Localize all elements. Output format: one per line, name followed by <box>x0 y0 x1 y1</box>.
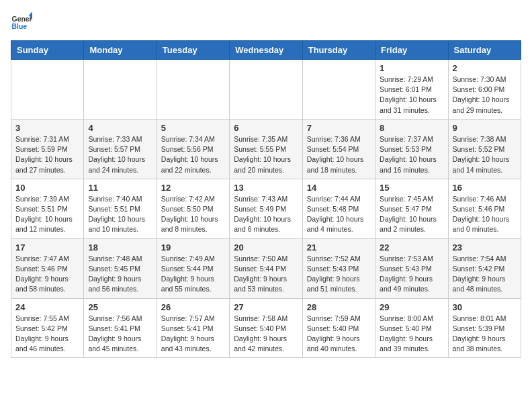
calendar-cell: 28Sunrise: 7:59 AM Sunset: 5:40 PM Dayli… <box>302 298 375 358</box>
calendar-cell: 4Sunrise: 7:33 AM Sunset: 5:57 PM Daylig… <box>84 119 157 179</box>
calendar-cell: 3Sunrise: 7:31 AM Sunset: 5:59 PM Daylig… <box>11 119 84 179</box>
day-info: Sunrise: 8:00 AM Sunset: 5:40 PM Dayligh… <box>380 314 443 355</box>
logo-icon: General Blue <box>11 11 32 32</box>
calendar-week-4: 17Sunrise: 7:47 AM Sunset: 5:46 PM Dayli… <box>11 238 521 298</box>
calendar-cell: 14Sunrise: 7:44 AM Sunset: 5:48 PM Dayli… <box>302 179 375 238</box>
day-info: Sunrise: 7:50 AM Sunset: 5:44 PM Dayligh… <box>234 254 298 295</box>
calendar-header-row: SundayMondayTuesdayWednesdayThursdayFrid… <box>11 41 521 60</box>
calendar-cell: 18Sunrise: 7:48 AM Sunset: 5:45 PM Dayli… <box>84 238 157 298</box>
calendar-cell: 17Sunrise: 7:47 AM Sunset: 5:46 PM Dayli… <box>11 238 84 298</box>
day-info: Sunrise: 7:58 AM Sunset: 5:40 PM Dayligh… <box>234 314 298 355</box>
calendar-cell: 1Sunrise: 7:29 AM Sunset: 6:01 PM Daylig… <box>375 60 448 120</box>
calendar-cell: 22Sunrise: 7:53 AM Sunset: 5:43 PM Dayli… <box>375 238 448 298</box>
calendar-cell: 24Sunrise: 7:55 AM Sunset: 5:42 PM Dayli… <box>11 298 84 358</box>
page-header: General Blue <box>11 11 521 32</box>
calendar-cell: 15Sunrise: 7:45 AM Sunset: 5:47 PM Dayli… <box>375 179 448 238</box>
day-number: 12 <box>161 183 225 193</box>
day-number: 9 <box>453 123 517 133</box>
calendar-cell: 9Sunrise: 7:38 AM Sunset: 5:52 PM Daylig… <box>448 119 521 179</box>
day-number: 1 <box>380 63 443 73</box>
day-info: Sunrise: 7:59 AM Sunset: 5:40 PM Dayligh… <box>307 314 371 355</box>
calendar-cell: 21Sunrise: 7:52 AM Sunset: 5:43 PM Dayli… <box>302 238 375 298</box>
day-info: Sunrise: 7:55 AM Sunset: 5:42 PM Dayligh… <box>15 314 79 355</box>
calendar-cell: 19Sunrise: 7:49 AM Sunset: 5:44 PM Dayli… <box>157 238 229 298</box>
day-number: 8 <box>380 123 443 133</box>
day-number: 18 <box>88 242 152 253</box>
day-number: 14 <box>307 183 371 193</box>
calendar-cell: 6Sunrise: 7:35 AM Sunset: 5:55 PM Daylig… <box>230 119 302 179</box>
day-number: 26 <box>161 302 225 312</box>
calendar-week-5: 24Sunrise: 7:55 AM Sunset: 5:42 PM Dayli… <box>11 298 521 358</box>
day-number: 16 <box>453 183 517 193</box>
day-info: Sunrise: 7:36 AM Sunset: 5:54 PM Dayligh… <box>307 134 371 175</box>
day-header-saturday: Saturday <box>448 41 521 60</box>
calendar-table: SundayMondayTuesdayWednesdayThursdayFrid… <box>11 40 521 358</box>
day-number: 20 <box>234 242 298 253</box>
day-header-monday: Monday <box>84 41 157 60</box>
svg-text:Blue: Blue <box>12 23 28 30</box>
day-info: Sunrise: 7:37 AM Sunset: 5:53 PM Dayligh… <box>380 134 443 175</box>
day-info: Sunrise: 7:43 AM Sunset: 5:49 PM Dayligh… <box>234 194 298 235</box>
day-info: Sunrise: 7:46 AM Sunset: 5:46 PM Dayligh… <box>453 194 517 235</box>
calendar-cell: 27Sunrise: 7:58 AM Sunset: 5:40 PM Dayli… <box>230 298 302 358</box>
day-number: 29 <box>380 302 443 312</box>
svg-text:General: General <box>12 15 32 23</box>
day-info: Sunrise: 7:57 AM Sunset: 5:41 PM Dayligh… <box>161 314 225 355</box>
day-info: Sunrise: 7:47 AM Sunset: 5:46 PM Dayligh… <box>15 254 79 295</box>
day-number: 6 <box>234 123 298 133</box>
day-info: Sunrise: 7:44 AM Sunset: 5:48 PM Dayligh… <box>307 194 371 235</box>
calendar-week-3: 10Sunrise: 7:39 AM Sunset: 5:51 PM Dayli… <box>11 179 521 238</box>
calendar-cell: 12Sunrise: 7:42 AM Sunset: 5:50 PM Dayli… <box>157 179 229 238</box>
day-number: 3 <box>15 123 79 133</box>
calendar-cell <box>84 60 157 120</box>
day-info: Sunrise: 7:54 AM Sunset: 5:42 PM Dayligh… <box>453 254 517 295</box>
day-header-friday: Friday <box>375 41 448 60</box>
day-info: Sunrise: 7:42 AM Sunset: 5:50 PM Dayligh… <box>161 194 225 235</box>
day-number: 2 <box>453 63 517 73</box>
calendar-cell <box>230 60 302 120</box>
day-number: 10 <box>15 183 79 193</box>
day-number: 11 <box>88 183 152 193</box>
calendar-cell: 10Sunrise: 7:39 AM Sunset: 5:51 PM Dayli… <box>11 179 84 238</box>
day-header-sunday: Sunday <box>11 41 84 60</box>
calendar-cell: 5Sunrise: 7:34 AM Sunset: 5:56 PM Daylig… <box>157 119 229 179</box>
day-number: 23 <box>453 242 517 253</box>
day-info: Sunrise: 7:48 AM Sunset: 5:45 PM Dayligh… <box>88 254 152 295</box>
calendar-cell: 8Sunrise: 7:37 AM Sunset: 5:53 PM Daylig… <box>375 119 448 179</box>
calendar-cell: 30Sunrise: 8:01 AM Sunset: 5:39 PM Dayli… <box>448 298 521 358</box>
day-header-tuesday: Tuesday <box>157 41 229 60</box>
day-number: 19 <box>161 242 225 253</box>
day-info: Sunrise: 7:39 AM Sunset: 5:51 PM Dayligh… <box>15 194 79 235</box>
day-info: Sunrise: 7:38 AM Sunset: 5:52 PM Dayligh… <box>453 134 517 175</box>
logo: General Blue <box>11 11 35 32</box>
day-number: 17 <box>15 242 79 253</box>
day-number: 22 <box>380 242 443 253</box>
day-info: Sunrise: 8:01 AM Sunset: 5:39 PM Dayligh… <box>453 314 517 355</box>
day-number: 25 <box>88 302 152 312</box>
day-info: Sunrise: 7:40 AM Sunset: 5:51 PM Dayligh… <box>88 194 152 235</box>
day-header-wednesday: Wednesday <box>230 41 302 60</box>
day-number: 21 <box>307 242 371 253</box>
day-number: 30 <box>453 302 517 312</box>
day-number: 15 <box>380 183 443 193</box>
day-number: 4 <box>88 123 152 133</box>
calendar-cell: 13Sunrise: 7:43 AM Sunset: 5:49 PM Dayli… <box>230 179 302 238</box>
calendar-week-1: 1Sunrise: 7:29 AM Sunset: 6:01 PM Daylig… <box>11 60 521 120</box>
day-number: 24 <box>15 302 79 312</box>
day-info: Sunrise: 7:52 AM Sunset: 5:43 PM Dayligh… <box>307 254 371 295</box>
calendar-cell: 16Sunrise: 7:46 AM Sunset: 5:46 PM Dayli… <box>448 179 521 238</box>
day-info: Sunrise: 7:33 AM Sunset: 5:57 PM Dayligh… <box>88 134 152 175</box>
day-info: Sunrise: 7:31 AM Sunset: 5:59 PM Dayligh… <box>15 134 79 175</box>
day-info: Sunrise: 7:49 AM Sunset: 5:44 PM Dayligh… <box>161 254 225 295</box>
calendar-cell: 25Sunrise: 7:56 AM Sunset: 5:41 PM Dayli… <box>84 298 157 358</box>
calendar-week-2: 3Sunrise: 7:31 AM Sunset: 5:59 PM Daylig… <box>11 119 521 179</box>
day-number: 5 <box>161 123 225 133</box>
day-info: Sunrise: 7:35 AM Sunset: 5:55 PM Dayligh… <box>234 134 298 175</box>
day-info: Sunrise: 7:45 AM Sunset: 5:47 PM Dayligh… <box>380 194 443 235</box>
day-number: 27 <box>234 302 298 312</box>
calendar-cell: 20Sunrise: 7:50 AM Sunset: 5:44 PM Dayli… <box>230 238 302 298</box>
day-number: 28 <box>307 302 371 312</box>
calendar-cell <box>302 60 375 120</box>
day-number: 13 <box>234 183 298 193</box>
calendar-cell <box>157 60 229 120</box>
